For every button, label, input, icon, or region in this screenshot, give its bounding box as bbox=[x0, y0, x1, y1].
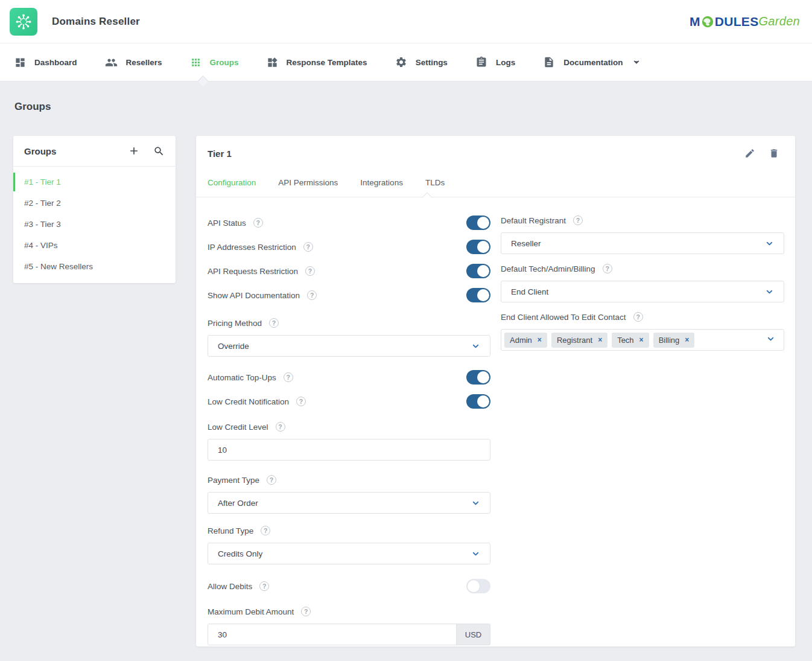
apps-grid-icon bbox=[190, 57, 201, 68]
low-credit-notification-toggle[interactable] bbox=[466, 394, 490, 409]
automatic-topups-label: Automatic Top-Ups bbox=[208, 373, 276, 382]
remove-tag-icon[interactable]: × bbox=[598, 336, 602, 343]
document-icon bbox=[543, 56, 555, 68]
help-icon[interactable]: ? bbox=[267, 475, 276, 485]
widgets-icon bbox=[267, 57, 278, 68]
nav-item-response-templates[interactable]: Response Templates bbox=[258, 43, 376, 81]
api-requests-toggle[interactable] bbox=[466, 264, 490, 278]
help-icon[interactable]: ? bbox=[296, 397, 306, 406]
api-status-toggle[interactable] bbox=[466, 216, 490, 230]
payment-type-field: Payment Type ? After Order bbox=[208, 475, 490, 514]
maximum-debit-amount-field: Maximum Debit Amount ? USD bbox=[208, 607, 490, 645]
plus-icon bbox=[128, 145, 140, 157]
tag-admin: Admin × bbox=[504, 333, 547, 348]
tab-integrations[interactable]: Integrations bbox=[360, 172, 403, 197]
chevron-down-icon bbox=[471, 549, 480, 558]
maximum-debit-amount-input[interactable] bbox=[218, 630, 446, 639]
help-icon[interactable]: ? bbox=[303, 242, 313, 252]
tab-api-permissions[interactable]: API Permissions bbox=[278, 172, 338, 197]
detail-tabs: Configuration API Permissions Integratio… bbox=[196, 167, 795, 197]
chevron-down-icon bbox=[471, 342, 480, 351]
main-nav: Dashboard Resellers Groups Response Temp… bbox=[0, 43, 812, 81]
nav-item-logs[interactable]: Logs bbox=[467, 43, 524, 81]
tag-label: Registrant bbox=[557, 336, 592, 345]
ip-restriction-toggle[interactable] bbox=[466, 240, 490, 254]
remove-tag-icon[interactable]: × bbox=[685, 336, 689, 343]
nav-item-resellers[interactable]: Resellers bbox=[97, 43, 171, 81]
tag-label: Tech bbox=[617, 336, 633, 345]
help-icon[interactable]: ? bbox=[301, 607, 311, 616]
nav-item-groups[interactable]: Groups bbox=[182, 43, 247, 81]
nav-item-dashboard[interactable]: Dashboard bbox=[6, 43, 86, 81]
default-tech-admin-billing-select[interactable]: End Client bbox=[501, 281, 784, 302]
search-groups-button[interactable] bbox=[153, 145, 165, 157]
nav-item-documentation[interactable]: Documentation bbox=[534, 43, 649, 81]
modulesgarden-logo: M DULES Garden bbox=[690, 14, 800, 29]
tag-billing: Billing × bbox=[653, 333, 695, 348]
default-tech-admin-billing-label: Default Tech/Admin/Billing bbox=[501, 264, 595, 273]
app-title: Domains Reseller bbox=[52, 16, 140, 28]
low-credit-notification-label: Low Credit Notification bbox=[208, 397, 289, 406]
edit-group-button[interactable] bbox=[744, 148, 755, 159]
add-group-button[interactable] bbox=[128, 145, 140, 157]
dashboard-icon bbox=[14, 57, 26, 68]
brand-text-m: M bbox=[690, 14, 700, 29]
allow-debits-toggle[interactable] bbox=[466, 579, 490, 593]
nav-item-settings[interactable]: Settings bbox=[387, 43, 456, 81]
help-icon[interactable]: ? bbox=[603, 264, 612, 273]
brand-text-dules: DULES bbox=[715, 14, 759, 29]
globe-icon bbox=[701, 15, 714, 28]
refund-type-select[interactable]: Credits Only bbox=[208, 543, 490, 564]
help-icon[interactable]: ? bbox=[276, 422, 285, 432]
remove-tag-icon[interactable]: × bbox=[639, 336, 644, 343]
payment-type-select[interactable]: After Order bbox=[208, 492, 490, 514]
people-icon bbox=[105, 56, 118, 69]
default-tech-admin-billing-field: Default Tech/Admin/Billing ? End Client bbox=[501, 264, 784, 302]
automatic-topups-row: Automatic Top-Ups ? bbox=[208, 370, 490, 385]
default-registrant-select[interactable]: Reseller bbox=[501, 232, 784, 254]
app-header: Domains Reseller M DULES Garden bbox=[0, 0, 812, 43]
show-api-doc-toggle[interactable] bbox=[466, 288, 490, 302]
remove-tag-icon[interactable]: × bbox=[538, 336, 542, 343]
groups-list-card: Groups #1 - Tier 1 #2 - Tier 2 #3 - Tier… bbox=[13, 136, 176, 283]
pricing-method-select[interactable]: Override bbox=[208, 335, 490, 357]
help-icon[interactable]: ? bbox=[284, 372, 293, 382]
chevron-down-icon bbox=[766, 334, 775, 345]
help-icon[interactable]: ? bbox=[307, 290, 317, 300]
refund-type-field: Refund Type ? Credits Only bbox=[208, 526, 490, 564]
end-client-contacts-multiselect[interactable]: Admin × Registrant × Tech × Billing bbox=[501, 329, 784, 351]
help-icon[interactable]: ? bbox=[259, 581, 269, 591]
help-icon[interactable]: ? bbox=[253, 218, 263, 228]
list-item-group-5[interactable]: #5 - New Resellers bbox=[13, 256, 176, 277]
selected-value: After Order bbox=[218, 499, 258, 508]
tab-configuration[interactable]: Configuration bbox=[208, 172, 256, 197]
list-item-group-4[interactable]: #4 - VIPs bbox=[13, 235, 176, 256]
list-item-group-2[interactable]: #2 - Tier 2 bbox=[13, 193, 176, 214]
nav-label: Dashboard bbox=[34, 58, 77, 67]
list-item-group-1[interactable]: #1 - Tier 1 bbox=[13, 171, 176, 193]
selected-value: Credits Only bbox=[218, 549, 262, 558]
help-icon[interactable]: ? bbox=[633, 312, 643, 322]
nav-label: Response Templates bbox=[287, 58, 367, 67]
low-credit-level-input[interactable] bbox=[218, 445, 480, 455]
nav-label: Documentation bbox=[563, 58, 623, 67]
tag-tech: Tech × bbox=[612, 333, 649, 348]
show-api-doc-row: Show API Documentation ? bbox=[208, 288, 490, 302]
help-icon[interactable]: ? bbox=[261, 526, 270, 535]
gear-icon bbox=[395, 56, 407, 68]
trash-icon bbox=[769, 148, 779, 159]
tag-label: Billing bbox=[659, 336, 680, 345]
help-icon[interactable]: ? bbox=[305, 266, 315, 276]
list-item-group-3[interactable]: #3 - Tier 3 bbox=[13, 214, 176, 235]
ip-restriction-label: IP Addresses Restriction bbox=[208, 243, 296, 252]
show-api-doc-label: Show API Documentation bbox=[208, 291, 300, 300]
delete-group-button[interactable] bbox=[769, 148, 779, 159]
help-icon[interactable]: ? bbox=[573, 216, 583, 225]
maximum-debit-amount-label: Maximum Debit Amount bbox=[208, 607, 294, 616]
help-icon[interactable]: ? bbox=[269, 318, 279, 328]
group-detail-panel: Tier 1 Configuration API Permissions Int… bbox=[196, 136, 795, 647]
chevron-down-icon bbox=[765, 239, 774, 248]
automatic-topups-toggle[interactable] bbox=[466, 370, 490, 385]
tag-registrant: Registrant × bbox=[551, 333, 607, 348]
chevron-down-icon bbox=[632, 58, 641, 66]
